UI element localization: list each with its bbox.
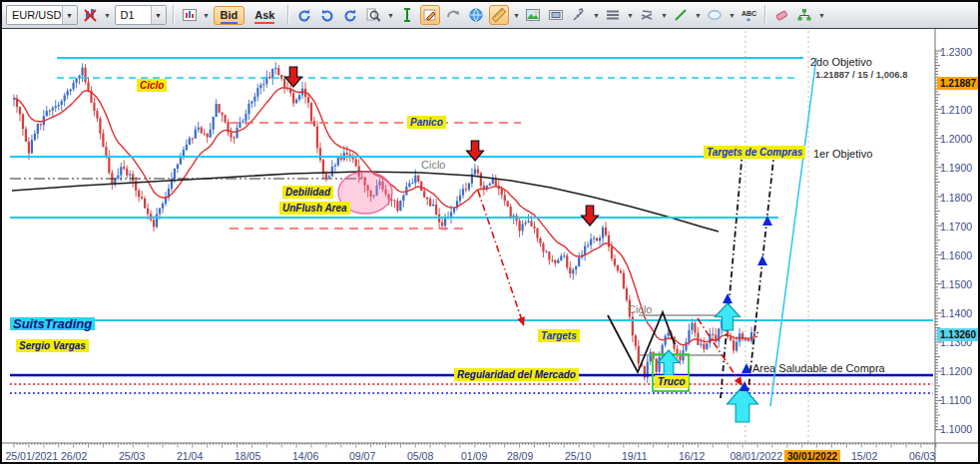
symbol-value: EUR/USD (12, 9, 62, 21)
chart-canvas[interactable] (2, 29, 978, 462)
price-tick-label: 1.1800 (940, 192, 972, 204)
label-area-saludable[interactable]: Area Saludable de Compra (752, 362, 885, 374)
price-tick-label: 1.1900 (940, 162, 972, 174)
date-tick-label: 16/12 (679, 450, 705, 462)
date-tick-label: 25/01/2021 (6, 450, 59, 462)
sell-arrow-icon[interactable] (467, 141, 484, 161)
line-caida-roja-1[interactable] (478, 191, 524, 326)
chart-type-icon[interactable] (180, 5, 200, 25)
chevron-down-icon[interactable]: ▼ (62, 6, 77, 24)
chart-toolbar: EUR/USD ▼ ▼ D1 ▼ ▼ Bid Ask ▼ ▼ ▼ ▼ ▼ (2, 2, 978, 29)
label-1er-objetivo[interactable]: 1er Objetivo (813, 148, 872, 160)
date-tick-label: 19/11 (622, 450, 648, 462)
label-truco[interactable]: Truco (655, 375, 689, 388)
up-triangle-icon[interactable] (723, 293, 733, 303)
ruler-icon[interactable] (489, 5, 509, 25)
line-proyeccion-cyan[interactable] (770, 58, 816, 406)
globe-icon[interactable] (466, 5, 486, 25)
date-tick-label: 08/01/2022 (731, 450, 783, 462)
date-tick-label: 14/06 (292, 450, 318, 462)
snapshot-icon[interactable] (546, 5, 566, 25)
trading-platform-window: EUR/USD ▼ ▼ D1 ▼ ▼ Bid Ask ▼ ▼ ▼ ▼ ▼ (0, 0, 980, 464)
buy-arrow-icon[interactable] (716, 303, 740, 330)
date-tick-label: 05/08 (407, 450, 433, 462)
price-tick-label: 1.2000 (940, 133, 972, 145)
timeframe-value: D1 (121, 9, 151, 21)
toolbar-separator (287, 5, 288, 25)
label-targets[interactable]: Targets (538, 329, 580, 342)
find-icon[interactable] (363, 5, 383, 25)
label-ciclo-2[interactable]: Ciclo (421, 159, 445, 171)
objects-tree-icon[interactable] (794, 5, 814, 25)
order-icon-3[interactable] (340, 5, 360, 25)
price-tick-label: 1.2100 (940, 104, 972, 116)
date-tick-label: 06/03 (909, 450, 935, 462)
buy-arrow-icon[interactable] (728, 386, 758, 422)
toolbar-separator (173, 5, 174, 25)
price-tick-label: 1.2300 (940, 46, 972, 58)
chevron-down-icon[interactable]: ▼ (386, 12, 394, 19)
ellipse-icon[interactable] (705, 5, 725, 25)
label-suitstrading[interactable]: SuitsTrading (10, 317, 95, 330)
label-sergio-vargas[interactable]: Sergio Vargas (16, 339, 89, 352)
cursor-icon[interactable] (397, 5, 417, 25)
toolbar-separator (764, 5, 765, 25)
date-tick-label: 01/09 (461, 450, 487, 462)
label-panico[interactable]: Panico (407, 116, 446, 129)
symbol-select[interactable]: EUR/USD ▼ (6, 5, 78, 25)
chevron-down-icon[interactable]: ▼ (203, 12, 211, 19)
price-tick-label: 1.1000 (940, 423, 972, 435)
price-tick-label: 1.1600 (940, 249, 972, 261)
hlines-icon[interactable] (603, 5, 623, 25)
ask-button[interactable]: Ask (247, 6, 281, 25)
price-badge: 1.13260 (937, 328, 979, 341)
chevron-down-icon[interactable]: ▼ (728, 12, 735, 19)
chevron-down-icon[interactable]: ▼ (626, 12, 634, 19)
label-debilidad[interactable]: Debilidad (282, 186, 333, 199)
price-tick-label: 1.1500 (940, 278, 972, 290)
chevron-down-icon[interactable]: ▼ (694, 12, 702, 19)
order-icon-2[interactable] (317, 5, 337, 25)
label-objetivo-valores[interactable]: 1.21887 / 15 / 1,006.8 (815, 69, 907, 81)
symbol-hide-icon[interactable] (81, 5, 101, 25)
label-ciclo-1[interactable]: Ciclo (137, 79, 167, 92)
label-unflush-area[interactable]: UnFlush Area (279, 202, 350, 215)
eraser-icon[interactable] (771, 5, 791, 25)
chevron-down-icon[interactable]: ▼ (592, 12, 600, 19)
date-tick-label: 30/01/2022 (784, 450, 840, 463)
line-trayectoria-compra-1[interactable] (721, 151, 742, 398)
candlesticks (13, 62, 758, 383)
image-icon[interactable] (523, 5, 543, 25)
chevron-down-icon[interactable]: ▼ (104, 12, 112, 19)
refresh-icon[interactable] (443, 5, 463, 25)
sell-arrow-icon[interactable] (582, 206, 599, 226)
text-icon[interactable]: ABC (738, 5, 758, 25)
bid-button[interactable]: Bid (214, 6, 245, 25)
chevron-down-icon[interactable]: ▼ (151, 6, 166, 24)
chevron-down-icon[interactable]: ▼ (817, 12, 825, 19)
draw-mode-icon[interactable] (420, 5, 440, 25)
order-icon-1[interactable] (294, 5, 314, 25)
label-regularidad[interactable]: Regularidad del Mercado (454, 368, 579, 381)
price-badge: 1.21887 (937, 77, 979, 90)
date-tick-label: 25/10 (565, 450, 591, 462)
arrowhead (517, 316, 527, 327)
label-2do-objetivo[interactable]: 2do Objetivo (810, 56, 872, 68)
arrows-icon[interactable] (637, 5, 657, 25)
price-tick-label: 1.1100 (940, 394, 971, 406)
trendline-icon[interactable] (671, 5, 691, 25)
timeframe-select[interactable]: D1 ▼ (115, 5, 167, 25)
price-tick-label: 1.1200 (940, 365, 972, 377)
label-ciclo-3[interactable]: Ciclo (628, 303, 652, 315)
price-tick-label: 1.1700 (940, 221, 972, 232)
label-targets-de-compras[interactable]: Targets de Compras (704, 146, 805, 159)
date-tick-label: 09/07 (349, 450, 375, 462)
chevron-down-icon[interactable]: ▼ (512, 12, 520, 19)
date-tick-label: 26/02 (61, 450, 87, 462)
price-tick-label: 1.1400 (940, 307, 972, 319)
up-triangle-icon[interactable] (757, 255, 767, 265)
date-tick-label: 15/02 (851, 450, 877, 462)
line-trayectoria-compra-2[interactable] (747, 151, 774, 398)
chevron-down-icon[interactable]: ▼ (660, 12, 668, 19)
pitchfork-icon[interactable] (569, 5, 589, 25)
